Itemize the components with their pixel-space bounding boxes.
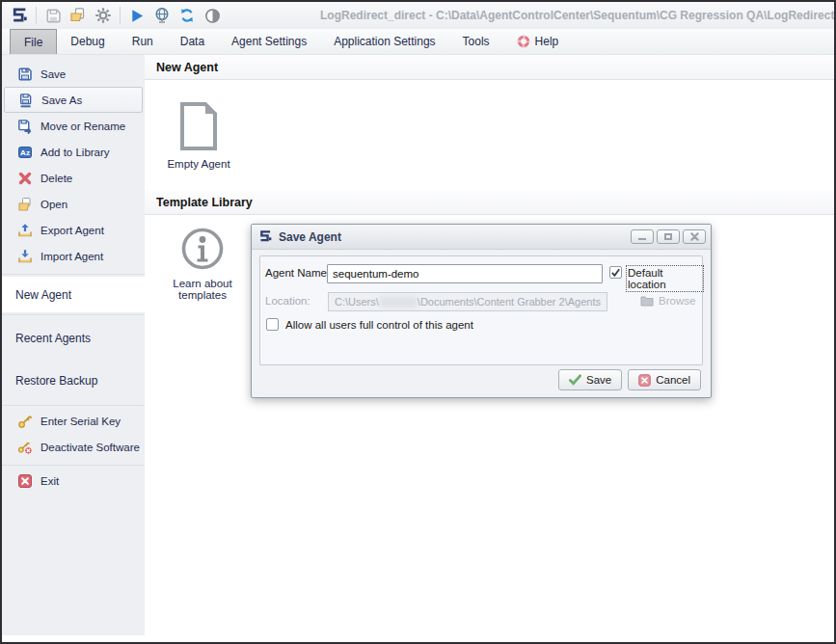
refresh-sync-icon[interactable] bbox=[175, 4, 200, 27]
browser-globe-icon[interactable] bbox=[149, 4, 175, 27]
location-label: Location: bbox=[265, 295, 310, 307]
menu-application-settings[interactable]: Application Settings bbox=[320, 29, 448, 54]
app-logo-icon bbox=[7, 4, 32, 27]
add-to-library-icon: Az bbox=[17, 145, 33, 160]
sidebar-item-recent-agents[interactable]: Recent Agents bbox=[2, 319, 145, 358]
contrast-icon[interactable] bbox=[200, 4, 225, 27]
sidebar-item-enter-serial-key[interactable]: Enter Serial Key bbox=[2, 408, 145, 434]
allow-full-control-checkbox[interactable] bbox=[266, 318, 279, 331]
empty-agent-label: Empty Agent bbox=[167, 158, 229, 170]
toolbar-separator bbox=[120, 7, 121, 24]
open-file-icon[interactable] bbox=[66, 4, 91, 27]
template-library-heading: Template Library bbox=[145, 190, 834, 215]
agent-name-label: Agent Name: bbox=[265, 267, 330, 279]
sidebar-item-add-to-library[interactable]: Az Add to Library bbox=[2, 139, 145, 165]
title-bar: LogRedirect_direct - C:\Data\AgentContro… bbox=[2, 2, 834, 29]
close-icon[interactable] bbox=[683, 229, 706, 244]
empty-agent-document-icon bbox=[154, 101, 243, 151]
sidebar-gap bbox=[2, 400, 145, 403]
save-as-icon bbox=[18, 93, 34, 108]
window-title: LogRedirect_direct - C:\Data\AgentContro… bbox=[320, 2, 834, 29]
sidebar-item-import-agent[interactable]: Import Agent bbox=[2, 243, 145, 269]
save-icon[interactable] bbox=[40, 4, 66, 27]
default-location-label[interactable]: Default location bbox=[628, 267, 702, 290]
sidebar-separator bbox=[2, 274, 145, 275]
menu-tools[interactable]: Tools bbox=[449, 29, 503, 54]
sidebar-separator bbox=[2, 405, 145, 406]
open-folder-icon bbox=[17, 197, 33, 212]
app-logo-icon bbox=[258, 229, 273, 244]
menu-run[interactable]: Run bbox=[119, 29, 167, 54]
save-agent-dialog: Save Agent Agent Name: Default location … bbox=[251, 224, 712, 398]
allow-full-control-label: Allow all users full control of this age… bbox=[285, 319, 473, 331]
learn-about-templates-tile[interactable]: Learn about templates bbox=[158, 227, 247, 301]
life-buoy-icon bbox=[517, 35, 530, 48]
sidebar-gap bbox=[2, 269, 145, 272]
minimize-icon[interactable] bbox=[631, 229, 654, 244]
menu-debug[interactable]: Debug bbox=[57, 29, 118, 54]
exit-icon bbox=[17, 473, 33, 489]
sidebar-item-save-as[interactable]: Save As bbox=[4, 87, 143, 113]
file-menu-sidebar: Save Save As Move or Rename Az Add to Li… bbox=[2, 55, 145, 635]
new-agent-heading: New Agent bbox=[145, 55, 834, 80]
menu-file[interactable]: File bbox=[10, 29, 57, 54]
save-icon bbox=[17, 67, 33, 82]
browse-button[interactable]: Browse bbox=[640, 295, 695, 307]
sidebar-item-open[interactable]: Open bbox=[2, 191, 145, 217]
location-field: C:\Users\\Documents\Content Grabber 2\Ag… bbox=[328, 292, 607, 311]
info-icon bbox=[158, 227, 247, 271]
move-rename-icon bbox=[17, 119, 33, 134]
maximize-icon[interactable] bbox=[657, 229, 680, 244]
sidebar-item-move-or-rename[interactable]: Move or Rename bbox=[2, 113, 145, 139]
serial-key-icon bbox=[17, 414, 33, 429]
agent-name-input[interactable] bbox=[327, 264, 603, 283]
dialog-title-bar: Save Agent bbox=[252, 225, 711, 250]
sidebar-item-deactivate-software[interactable]: Deactivate Software bbox=[2, 434, 145, 460]
cancel-button[interactable]: Cancel bbox=[628, 369, 701, 390]
folder-icon bbox=[640, 295, 654, 307]
sidebar-item-export-agent[interactable]: Export Agent bbox=[2, 217, 145, 243]
app-window: LogRedirect_direct - C:\Data\AgentContro… bbox=[0, 0, 836, 644]
sidebar-item-save[interactable]: Save bbox=[2, 61, 145, 87]
sidebar-item-delete[interactable]: Delete bbox=[2, 165, 145, 191]
menu-help[interactable]: Help bbox=[503, 29, 573, 54]
cancel-x-icon bbox=[638, 374, 651, 387]
sidebar-item-exit[interactable]: Exit bbox=[2, 468, 145, 494]
import-agent-icon bbox=[17, 249, 33, 264]
empty-agent-tile[interactable]: Empty Agent bbox=[154, 101, 243, 170]
dialog-fields-group: Agent Name: Default location Location: C… bbox=[259, 255, 703, 365]
check-icon bbox=[569, 374, 581, 386]
toolbar-separator bbox=[36, 7, 37, 24]
delete-icon bbox=[17, 171, 33, 186]
save-button[interactable]: Save bbox=[558, 369, 622, 390]
menu-data[interactable]: Data bbox=[167, 29, 218, 54]
svg-text:Az: Az bbox=[20, 148, 30, 157]
menu-bar: File Debug Run Data Agent Settings Appli… bbox=[2, 29, 834, 55]
menu-agent-settings[interactable]: Agent Settings bbox=[218, 29, 320, 54]
sidebar-separator bbox=[2, 314, 145, 315]
dialog-button-row: Save Cancel bbox=[558, 369, 701, 390]
run-play-icon[interactable] bbox=[124, 4, 149, 27]
sidebar-gap bbox=[2, 460, 145, 463]
dialog-title: Save Agent bbox=[279, 230, 628, 244]
default-location-checkbox[interactable] bbox=[609, 266, 622, 279]
sidebar-item-restore-backup[interactable]: Restore Backup bbox=[2, 362, 145, 400]
redacted-username bbox=[380, 297, 417, 308]
settings-gear-icon[interactable] bbox=[91, 4, 116, 27]
deactivate-key-icon bbox=[17, 440, 33, 455]
sidebar-item-new-agent[interactable]: New Agent bbox=[2, 277, 145, 312]
sidebar-separator bbox=[2, 465, 145, 466]
learn-about-templates-label: Learn about templates bbox=[173, 278, 231, 301]
export-agent-icon bbox=[17, 223, 33, 238]
